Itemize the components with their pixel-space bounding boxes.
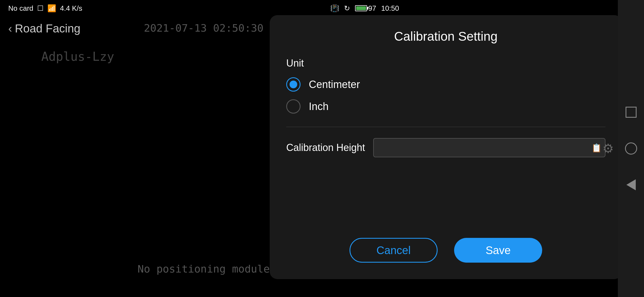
triangle-back-icon	[626, 179, 636, 190]
page-title: Road Facing	[15, 22, 80, 35]
rotate-icon: ↻	[344, 4, 350, 13]
centimeter-label: Centimeter	[309, 79, 360, 90]
back-nav-button[interactable]	[624, 178, 638, 192]
radio-centimeter[interactable]: Centimeter	[286, 77, 605, 92]
back-arrow-icon: ‹	[8, 22, 12, 35]
calibration-dialog: Calibration Setting Unit Centimeter Inch…	[270, 15, 622, 279]
wifi-icon: 📶	[47, 4, 56, 13]
dialog-footer: Cancel Save	[286, 238, 605, 265]
watermark-text: Adplus-Lzy	[41, 50, 114, 64]
cancel-button[interactable]: Cancel	[350, 238, 438, 263]
circle-nav-button[interactable]	[624, 141, 638, 156]
gear-settings-button[interactable]: ⚙	[602, 141, 614, 156]
storage-icon: ☐	[37, 4, 43, 13]
timestamp-overlay: 2021-07-13 02:50:30	[144, 16, 264, 34]
battery-box	[355, 5, 367, 11]
calibration-height-row: Calibration Height 📋	[286, 138, 605, 157]
divider	[286, 127, 605, 127]
dialog-title: Calibration Setting	[286, 29, 605, 44]
back-button[interactable]: ‹ Road Facing	[8, 22, 80, 35]
no-card-text: No card	[8, 4, 33, 13]
square-nav-button[interactable]	[624, 105, 638, 119]
battery-icon: 97	[355, 4, 376, 13]
radio-circle-centimeter	[286, 77, 301, 92]
nav-side	[618, 0, 644, 297]
unit-label: Unit	[286, 57, 605, 69]
clipboard-icon: 📋	[591, 143, 602, 153]
radio-inner-centimeter	[290, 81, 297, 88]
status-right: 📳 ↻ 97 10:50	[330, 4, 399, 13]
battery-fill	[356, 6, 366, 10]
save-button[interactable]: Save	[454, 238, 542, 263]
radio-inch[interactable]: Inch	[286, 99, 605, 114]
time-text: 10:50	[381, 4, 399, 13]
battery-pct: 97	[368, 4, 376, 13]
calibration-height-input[interactable]	[373, 138, 605, 157]
radio-circle-inch	[286, 99, 301, 114]
vibrate-icon: 📳	[330, 4, 339, 13]
inch-label: Inch	[309, 101, 329, 112]
square-icon	[626, 107, 637, 118]
calibration-input-wrap: 📋	[373, 138, 605, 157]
status-left: No card ☐ 📶 4.4 K/s	[8, 4, 82, 13]
no-positioning-text: No positioning module	[138, 263, 270, 275]
speed-text: 4.4 K/s	[60, 4, 82, 13]
status-bar: No card ☐ 📶 4.4 K/s 📳 ↻ 97 10:50	[0, 0, 407, 16]
calibration-height-label: Calibration Height	[286, 141, 365, 154]
circle-icon	[625, 142, 637, 155]
